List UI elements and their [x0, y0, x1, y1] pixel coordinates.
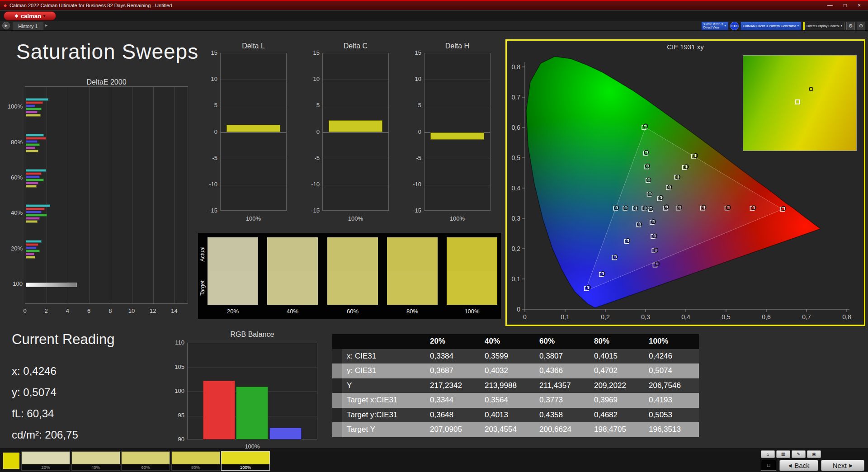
- rgb-y-tick: 105: [167, 363, 184, 370]
- close-button[interactable]: ×: [858, 2, 861, 9]
- tab-history-1[interactable]: History 1: [13, 22, 43, 30]
- next-button[interactable]: Next ▶: [821, 460, 864, 471]
- rgb-y-tick: 95: [167, 412, 184, 419]
- deltae-bar: [26, 98, 48, 101]
- reading-x: x: 0,4246: [12, 365, 57, 378]
- table-cell: 209,2022: [590, 378, 644, 393]
- pattern-window-button[interactable]: □: [761, 460, 776, 471]
- table-cell: 0,3773: [535, 393, 590, 408]
- chevron-down-icon: ▾: [797, 24, 799, 28]
- gear-icon: ⚙: [849, 23, 853, 29]
- deltae-bar: [26, 246, 37, 249]
- table-cell: 203,4554: [480, 422, 535, 437]
- table-cell: 100%: [644, 334, 699, 349]
- table-cell: 0,4702: [590, 363, 644, 378]
- gridline: [132, 87, 132, 303]
- table-cell: 0,4358: [535, 408, 590, 423]
- back-button-label: Back: [794, 462, 809, 469]
- svg-text:0,1: 0,1: [512, 275, 521, 283]
- table-row: x: CIE310,33840,35990,38070,40150,4246: [332, 349, 699, 364]
- deltae-bar: [26, 204, 50, 207]
- compare-patch: [327, 237, 378, 305]
- delta_l-y-tick: 0: [201, 128, 217, 135]
- meter-badge[interactable]: F13: [730, 22, 739, 30]
- delta_c-y-tick: -15: [303, 207, 320, 214]
- svg-text:0,1: 0,1: [561, 313, 570, 321]
- table-cell: 0,4246: [644, 349, 699, 364]
- bottom-pattern-bar: ⌂ ▦ ✎ ◉ □ ◀ Back Next ▶ 20%40%60%80%100%: [0, 448, 868, 472]
- deltae-bar: [26, 214, 47, 217]
- deltae-bar: [26, 256, 35, 259]
- reports-button[interactable]: ▦: [776, 450, 790, 458]
- saturation-swatch-button[interactable]: 40%: [71, 451, 120, 471]
- delta_l-y-tick: 5: [201, 102, 217, 109]
- deltae-bar: [26, 101, 43, 104]
- table-cell: 0,3687: [425, 363, 480, 378]
- settings-gear-button-2[interactable]: ⚙: [857, 22, 865, 30]
- pattern-generator-selector[interactable]: CalMAN Client 3 Pattern Generator ▾: [741, 22, 801, 30]
- gear-icon: ⚙: [859, 23, 863, 29]
- saturation-swatch-button[interactable]: 60%: [121, 451, 170, 471]
- deltae-bar: [26, 150, 38, 152]
- delta_c-y-tick: 15: [303, 49, 320, 56]
- table-cell: 217,2342: [425, 378, 480, 393]
- svg-text:0,2: 0,2: [601, 313, 610, 321]
- table-cell: [342, 334, 425, 349]
- compare-patch: [387, 237, 438, 305]
- swatch-color: [172, 452, 220, 464]
- table-cell: 211,4357: [535, 378, 590, 393]
- notes-button[interactable]: ✎: [792, 450, 806, 458]
- rgb-balance-plot: [187, 343, 317, 439]
- reading-fl: fL: 60,34: [12, 407, 54, 420]
- capture-button[interactable]: ◉: [807, 450, 821, 458]
- minimize-button[interactable]: —: [827, 2, 833, 9]
- table-cell: 0,5074: [644, 363, 699, 378]
- gridline: [68, 87, 68, 303]
- display-control-selector[interactable]: Direct Display Control ▾: [803, 22, 844, 30]
- history-nav-button[interactable]: ▶: [2, 22, 10, 29]
- swatch-label: 100%: [222, 464, 269, 470]
- table-cell: 0,3564: [480, 393, 535, 408]
- meter-selector[interactable]: X-Rite i1Pro 3 Direct View ▾: [701, 22, 728, 30]
- svg-text:0,2: 0,2: [512, 245, 521, 252]
- saturation-swatch-button[interactable]: 20%: [21, 451, 70, 471]
- delta_c-y-tick: -10: [303, 181, 320, 188]
- table-cell: [332, 408, 342, 423]
- workflow-tab-bar: ▶ History 1 ▸ X-Rite i1Pro 3 Direct View…: [0, 21, 868, 31]
- svg-text:0,5: 0,5: [512, 154, 521, 161]
- table-row: Target y:CIE310,36480,40130,43580,46820,…: [332, 408, 699, 423]
- gridline: [425, 80, 490, 80]
- table-cell: 0,4015: [590, 349, 644, 364]
- gridline: [221, 185, 286, 185]
- deltae-bar: [26, 253, 34, 255]
- actual-target-compare-panel: Actual Target 20%40%60%80%100%: [198, 233, 501, 319]
- square-outline-icon: □: [767, 463, 770, 468]
- saturation-swatch-button[interactable]: 100%: [221, 451, 270, 471]
- calman-logo-icon: ❖: [14, 14, 19, 19]
- table-cell: 0,3969: [590, 393, 644, 408]
- chevron-down-icon: ▾: [840, 24, 842, 28]
- table-cell: Target y:CIE31: [342, 408, 425, 423]
- target-swatch: [387, 271, 438, 305]
- cie-1931-chart-panel[interactable]: CIE 1931 xy 00,10,20,30,40,50,60,70,800,…: [505, 39, 865, 326]
- reading-y: y: 0,5074: [12, 386, 57, 399]
- delta-l-xlabel: 100%: [220, 215, 287, 222]
- home-button[interactable]: ⌂: [761, 450, 775, 458]
- svg-text:0,5: 0,5: [722, 313, 731, 321]
- deltae-luminance-bar: [26, 283, 77, 287]
- tab-scroll-right-icon[interactable]: ▸: [45, 23, 47, 28]
- svg-text:0,3: 0,3: [512, 215, 521, 222]
- swatch-label: 20%: [22, 464, 70, 470]
- maximize-button[interactable]: □: [844, 2, 847, 9]
- cie-chart-title: CIE 1931 xy: [507, 43, 864, 51]
- table-cell: 206,7546: [644, 378, 699, 393]
- saturation-swatch-button[interactable]: 80%: [171, 451, 220, 471]
- actual-row-label: Actual: [199, 236, 206, 272]
- back-button[interactable]: ◀ Back: [779, 460, 818, 471]
- deltae-bar: [26, 250, 40, 252]
- deltae-bar: [26, 185, 37, 188]
- table-header-row: 20%40%60%80%100%: [332, 334, 699, 349]
- settings-gear-button[interactable]: ⚙: [846, 22, 855, 30]
- table-cell: 0,4682: [590, 408, 644, 423]
- calman-menu-button[interactable]: ❖ calman ▾: [4, 11, 56, 20]
